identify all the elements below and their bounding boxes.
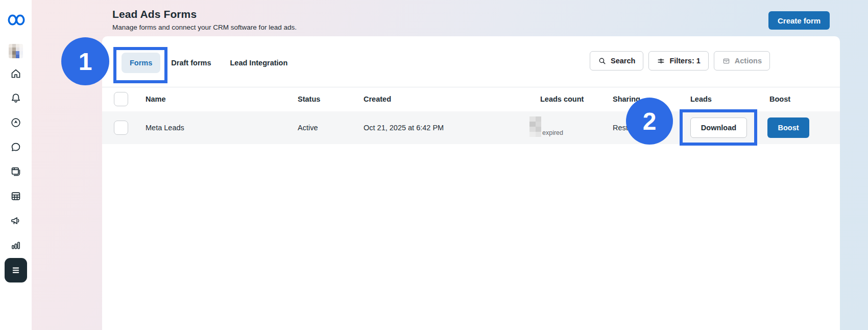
notifications-icon[interactable]	[10, 92, 22, 104]
column-header-boost: Boost	[769, 87, 790, 111]
search-label: Search	[611, 57, 635, 65]
leads-count-expired-note: expired	[542, 129, 563, 137]
column-header-leads-count: Leads count	[540, 87, 584, 111]
page-subtitle: Manage forms and connect your CRM softwa…	[112, 23, 297, 31]
actions-label: Actions	[735, 57, 762, 65]
tab-lead-integration[interactable]: Lead Integration	[222, 53, 296, 73]
annotation-rect-download	[680, 109, 757, 146]
filters-icon	[657, 57, 665, 65]
home-icon[interactable]	[10, 67, 22, 80]
toolbar: Search Filters: 1 Actions	[590, 51, 770, 70]
annotation-step-2-badge: 2	[626, 98, 673, 145]
create-form-button[interactable]: Create form	[768, 11, 830, 30]
cell-name: Meta Leads	[146, 111, 184, 144]
table-header: Name Status Created Leads count Sharing …	[102, 87, 840, 111]
cell-created: Oct 21, 2025 at 6:42 PM	[364, 111, 444, 144]
actions-icon	[722, 57, 731, 65]
cell-status: Active	[298, 111, 318, 144]
content-icon[interactable]	[10, 166, 22, 178]
search-button[interactable]: Search	[590, 51, 643, 70]
annotation-step-1-badge: 1	[61, 37, 109, 85]
insights-icon[interactable]	[10, 239, 22, 251]
business-avatar[interactable]	[9, 44, 23, 58]
sidebar	[0, 0, 32, 330]
all-tools-button[interactable]	[5, 258, 27, 282]
ads-icon[interactable]	[10, 215, 22, 227]
column-header-name: Name	[146, 87, 166, 111]
row-checkbox[interactable]	[114, 121, 128, 135]
select-all-checkbox[interactable]	[114, 92, 128, 106]
search-icon	[598, 57, 607, 65]
boost-button[interactable]: Boost	[767, 117, 809, 138]
column-header-leads: Leads	[690, 87, 712, 111]
page-title: Lead Ads Forms	[112, 7, 297, 21]
menu-icon	[10, 264, 22, 276]
filters-button[interactable]: Filters: 1	[648, 51, 708, 70]
content-panel: Forms Draft forms Lead Integration Searc…	[102, 36, 840, 330]
filters-label: Filters: 1	[669, 57, 700, 65]
planner-icon[interactable]	[10, 190, 22, 202]
leads-count-redacted	[529, 116, 541, 137]
actions-button[interactable]: Actions	[714, 51, 770, 70]
column-header-created: Created	[364, 87, 391, 111]
messages-icon[interactable]	[10, 141, 22, 153]
meta-logo-icon[interactable]	[7, 13, 26, 27]
page-header: Lead Ads Forms Manage forms and connect …	[112, 7, 297, 31]
annotation-rect-forms-tab	[113, 47, 167, 83]
avatar-redacted-pixels	[9, 44, 23, 58]
column-header-status: Status	[298, 87, 320, 111]
promote-icon[interactable]	[10, 116, 22, 129]
tab-draft-forms[interactable]: Draft forms	[163, 53, 219, 73]
